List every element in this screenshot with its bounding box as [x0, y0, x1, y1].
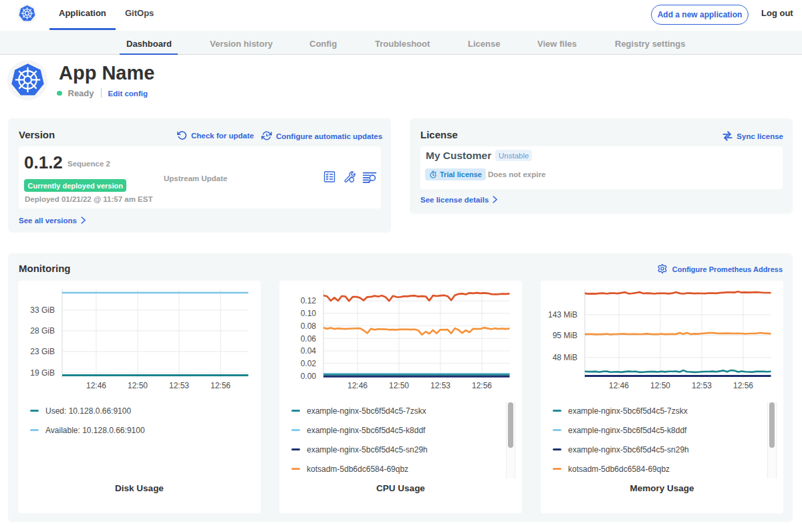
- svg-text:0.12: 0.12: [301, 296, 317, 305]
- svg-text:95 MiB: 95 MiB: [553, 331, 577, 340]
- svg-text:0.06: 0.06: [301, 334, 317, 344]
- svg-text:0.04: 0.04: [301, 346, 317, 356]
- svg-text:0.02: 0.02: [301, 359, 317, 368]
- svg-text:28 GiB: 28 GiB: [30, 326, 55, 336]
- svg-text:12:50: 12:50: [389, 381, 409, 390]
- svg-text:12:56: 12:56: [211, 381, 231, 390]
- svg-text:0.08: 0.08: [301, 321, 317, 331]
- svg-text:0.00: 0.00: [301, 372, 317, 381]
- svg-text:0.10: 0.10: [301, 309, 317, 318]
- svg-text:12:56: 12:56: [472, 381, 492, 390]
- svg-text:12:46: 12:46: [86, 381, 106, 390]
- svg-text:19 GiB: 19 GiB: [30, 368, 55, 378]
- svg-text:12:53: 12:53: [692, 381, 712, 390]
- svg-text:12:53: 12:53: [430, 381, 450, 390]
- svg-text:33 GiB: 33 GiB: [30, 305, 55, 315]
- svg-text:12:56: 12:56: [733, 381, 753, 390]
- svg-text:23 GiB: 23 GiB: [30, 347, 55, 356]
- svg-text:48 MiB: 48 MiB: [553, 353, 577, 362]
- svg-text:12:50: 12:50: [650, 381, 670, 390]
- svg-text:12:53: 12:53: [169, 381, 189, 390]
- svg-text:12:46: 12:46: [348, 381, 368, 390]
- svg-text:12:46: 12:46: [609, 381, 629, 390]
- svg-text:12:50: 12:50: [128, 381, 148, 390]
- svg-text:143 MiB: 143 MiB: [548, 310, 577, 319]
